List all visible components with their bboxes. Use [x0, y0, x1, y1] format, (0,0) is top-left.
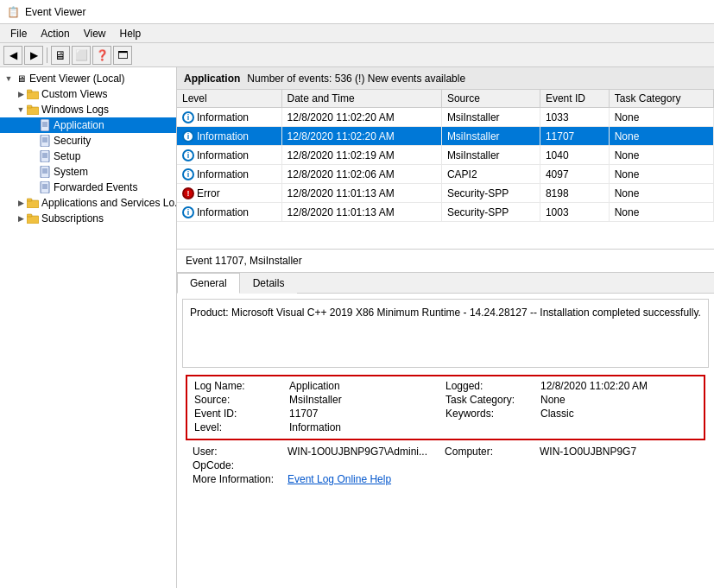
tree-item-setup[interactable]: Setup	[0, 149, 176, 164]
svg-rect-24	[27, 200, 39, 208]
titlebar: 📋 Event Viewer	[0, 0, 714, 24]
toolbar-snap[interactable]: 🗖	[113, 46, 132, 65]
svg-rect-27	[27, 214, 32, 217]
menu-view[interactable]: View	[77, 26, 113, 41]
meta-opcode-label: OpCode:	[193, 459, 287, 471]
toolbar-back[interactable]: ◀	[3, 46, 22, 65]
toolbar-help[interactable]: ❓	[92, 46, 111, 65]
cell-source: MsiInstaller	[441, 127, 540, 146]
col-header-source: Source	[441, 90, 540, 108]
cell-task: None	[609, 203, 713, 222]
cell-level: iInformation	[177, 165, 281, 184]
tree-label-setup: Setup	[54, 150, 80, 162]
level-text: Error	[197, 187, 220, 199]
cell-datetime: 12/8/2020 11:01:13 AM	[281, 203, 441, 222]
tree-label-event-viewer-local: Event Viewer (Local)	[29, 73, 125, 85]
cell-datetime: 12/8/2020 11:02:20 AM	[281, 108, 441, 127]
toolbar-view[interactable]: ⬜	[72, 46, 91, 65]
cell-level: iInformation	[177, 146, 281, 165]
events-table-container[interactable]: LevelDate and TimeSourceEvent IDTask Cat…	[177, 90, 714, 250]
meta-right-row-0: Logged:12/8/2020 11:02:20 AM	[445, 380, 697, 392]
info-icon: i	[182, 111, 194, 123]
tree-item-application[interactable]: Application	[0, 117, 176, 133]
detail-content[interactable]: Product: Microsoft Visual C++ 2019 X86 M…	[177, 294, 714, 588]
meta-computer-label: Computer:	[445, 446, 540, 458]
meta-left-row-1: Source:MsiInstaller	[194, 394, 445, 406]
tree-label-apps-services: Applications and Services Lo...	[41, 197, 177, 209]
tree-item-event-viewer-local[interactable]: ▼🖥Event Viewer (Local)	[0, 71, 176, 86]
info-icon: i	[182, 206, 194, 218]
tree-item-forwarded-events[interactable]: Forwarded Events	[0, 180, 176, 195]
menu-action[interactable]: Action	[34, 26, 76, 41]
tree-icon-security	[38, 134, 52, 148]
expand-arrow-windows-logs: ▼	[16, 105, 26, 114]
detail-tabs: General Details	[177, 273, 714, 294]
cell-source: Security-SPP	[441, 203, 540, 222]
tree-icon-custom-views	[26, 87, 40, 101]
table-row[interactable]: iInformation12/8/2020 11:02:06 AMCAPI240…	[177, 165, 714, 184]
meta-opcode: OpCode:	[193, 459, 698, 471]
col-header-date-and-time: Date and Time	[281, 90, 441, 108]
meta-left-row-0: Log Name:Application	[194, 380, 445, 392]
tree-icon-apps-services	[26, 196, 40, 210]
tab-details[interactable]: Details	[240, 273, 298, 294]
svg-rect-1	[27, 90, 32, 92]
tree-item-system[interactable]: System	[0, 164, 176, 180]
menu-help[interactable]: Help	[113, 26, 148, 41]
event-log-online-help-link[interactable]: Event Log Online Help	[287, 473, 391, 485]
meta-grid: Log Name:ApplicationLogged:12/8/2020 11:…	[186, 375, 705, 440]
meta-right-row-2: Keywords:Classic	[445, 408, 697, 420]
table-row[interactable]: iInformation12/8/2020 11:02:20 AMMsiInst…	[177, 127, 714, 146]
cell-event-id: 11707	[540, 127, 609, 146]
info-icon: i	[182, 149, 194, 161]
tree-icon-windows-logs	[26, 103, 40, 117]
tree-item-custom-views[interactable]: ▶Custom Views	[0, 86, 176, 102]
cell-task: None	[609, 127, 713, 146]
tree-label-system: System	[54, 166, 88, 178]
tree-item-subscriptions[interactable]: ▶Subscriptions	[0, 211, 176, 226]
toolbar-computer[interactable]: 🖥	[51, 46, 70, 65]
svg-rect-25	[27, 199, 32, 201]
tree-item-security[interactable]: Security	[0, 133, 176, 149]
info-icon: i	[182, 168, 194, 180]
table-row[interactable]: iInformation12/8/2020 11:02:20 AMMsiInst…	[177, 108, 714, 127]
toolbar-sep-1	[47, 47, 47, 63]
titlebar-icon: 📋	[7, 6, 20, 18]
cell-level: iInformation	[177, 108, 281, 127]
event-detail: Event 11707, MsiInstaller General Detail…	[177, 250, 714, 588]
meta-left-row-2: Event ID:11707	[194, 408, 445, 420]
tree-item-windows-logs[interactable]: ▼Windows Logs	[0, 102, 176, 117]
level-text: Information	[197, 168, 249, 180]
table-header: LevelDate and TimeSourceEvent IDTask Cat…	[177, 90, 714, 108]
cell-level: iInformation	[177, 203, 281, 222]
svg-rect-12	[41, 150, 49, 162]
cell-task: None	[609, 108, 713, 127]
event-detail-title: Event 11707, MsiInstaller	[186, 255, 302, 267]
col-header-event-id: Event ID	[540, 90, 609, 108]
meta-left-row-3: Level:Information	[194, 421, 445, 433]
menu-file[interactable]: File	[3, 26, 34, 41]
meta-right-row-3	[445, 421, 697, 433]
tree-icon-forwarded-events	[38, 180, 52, 194]
tree-label-windows-logs: Windows Logs	[41, 104, 109, 116]
tree-item-apps-services[interactable]: ▶Applications and Services Lo...	[0, 195, 176, 211]
svg-rect-16	[41, 166, 49, 178]
table-row[interactable]: iInformation12/8/2020 11:02:19 AMMsiInst…	[177, 146, 714, 165]
tree-icon-event-viewer-local: 🖥	[14, 72, 28, 85]
cell-event-id: 8198	[540, 184, 609, 203]
expand-arrow-event-viewer-local: ▼	[3, 74, 14, 83]
svg-rect-26	[27, 216, 39, 224]
table-row[interactable]: !Error12/8/2020 11:01:13 AMSecurity-SPP8…	[177, 184, 714, 203]
svg-rect-20	[41, 181, 49, 193]
tab-general[interactable]: General	[177, 273, 240, 294]
toolbar: ◀ ▶ 🖥 ⬜ ❓ 🗖	[0, 43, 714, 67]
cell-task: None	[609, 165, 713, 184]
content-header: Application Number of events: 536 (!) Ne…	[177, 67, 714, 90]
events-table: LevelDate and TimeSourceEvent IDTask Cat…	[177, 90, 714, 222]
table-row[interactable]: iInformation12/8/2020 11:01:13 AMSecurit…	[177, 203, 714, 222]
toolbar-forward[interactable]: ▶	[24, 46, 43, 65]
meta-user: User: WIN-1O0UJBNP9G7\Admini... Computer…	[193, 446, 698, 458]
cell-event-id: 1033	[540, 108, 609, 127]
cell-event-id: 4097	[540, 165, 609, 184]
cell-datetime: 12/8/2020 11:02:20 AM	[281, 127, 441, 146]
